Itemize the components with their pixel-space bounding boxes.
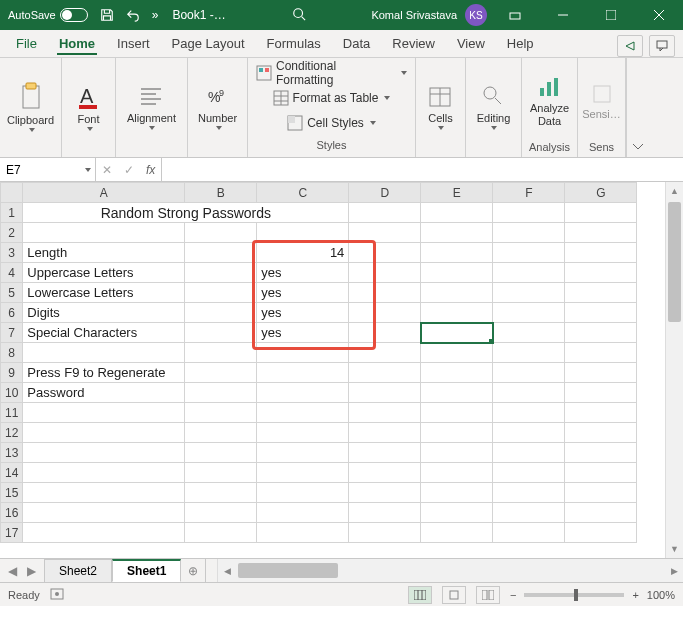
cell-label[interactable]: Password <box>23 383 185 403</box>
number-button[interactable]: %9 Number <box>198 62 237 151</box>
row-header[interactable]: 3 <box>1 243 23 263</box>
comments-icon[interactable] <box>649 35 675 57</box>
undo-icon[interactable] <box>126 8 140 22</box>
col-header-G[interactable]: G <box>565 183 637 203</box>
cell-title[interactable]: Random Strong Passwords <box>23 203 349 223</box>
more-icon[interactable]: » <box>152 8 159 22</box>
cell-label[interactable]: Uppercase Letters <box>23 263 185 283</box>
add-sheet-icon[interactable]: ⊕ <box>181 559 205 582</box>
zoom-slider[interactable] <box>524 593 624 597</box>
cell-label[interactable]: Length <box>23 243 185 263</box>
format-as-table-button[interactable]: Format as Table <box>273 87 391 109</box>
row-header[interactable]: 10 <box>1 383 23 403</box>
row-header[interactable]: 1 <box>1 203 23 223</box>
col-header-B[interactable]: B <box>185 183 257 203</box>
row-header[interactable]: 2 <box>1 223 23 243</box>
row-header[interactable]: 15 <box>1 483 23 503</box>
select-all-corner[interactable] <box>1 183 23 203</box>
cell-value[interactable]: yes <box>257 263 349 283</box>
sensitivity-button[interactable]: Sensi… <box>582 62 621 139</box>
scroll-down-icon[interactable]: ▼ <box>666 540 683 558</box>
cancel-formula-icon[interactable]: ✕ <box>102 163 112 177</box>
cells-button[interactable]: Cells <box>428 62 452 151</box>
cell-label[interactable]: Press F9 to Regenerate <box>23 363 185 383</box>
cell-value[interactable]: 14 <box>257 243 349 263</box>
tab-help[interactable]: Help <box>497 32 544 57</box>
autosave-toggle[interactable]: AutoSave <box>8 8 88 22</box>
tab-data[interactable]: Data <box>333 32 380 57</box>
cell-label[interactable]: Lowercase Letters <box>23 283 185 303</box>
view-page-break-icon[interactable] <box>476 586 500 604</box>
row-header[interactable]: 16 <box>1 503 23 523</box>
minimize-icon[interactable] <box>543 0 583 30</box>
font-button[interactable]: A Font <box>76 62 102 151</box>
view-page-layout-icon[interactable] <box>442 586 466 604</box>
col-header-D[interactable]: D <box>349 183 421 203</box>
tab-review[interactable]: Review <box>382 32 445 57</box>
scroll-left-icon[interactable]: ◀ <box>218 559 236 582</box>
alignment-button[interactable]: Alignment <box>127 62 176 151</box>
cell-value[interactable]: yes <box>257 283 349 303</box>
zoom-out-icon[interactable]: − <box>510 589 516 601</box>
cell-label[interactable]: Special Characters <box>23 323 185 343</box>
collapse-ribbon-icon[interactable] <box>626 58 648 157</box>
col-header-C[interactable]: C <box>257 183 349 203</box>
maximize-icon[interactable] <box>591 0 631 30</box>
row-header[interactable]: 9 <box>1 363 23 383</box>
status-ready: Ready <box>8 589 40 601</box>
row-header[interactable]: 14 <box>1 463 23 483</box>
fx-icon[interactable]: fx <box>146 163 155 177</box>
ribbon-options-icon[interactable] <box>495 0 535 30</box>
name-box[interactable]: E7 <box>0 158 96 181</box>
scroll-up-icon[interactable]: ▲ <box>666 182 683 200</box>
conditional-formatting-button[interactable]: Conditional Formatting <box>256 62 407 84</box>
sheet-nav-next-icon[interactable]: ▶ <box>27 564 36 578</box>
analyze-data-button[interactable]: Analyze Data <box>528 62 571 139</box>
row-header[interactable]: 12 <box>1 423 23 443</box>
view-normal-icon[interactable] <box>408 586 432 604</box>
sheet-tab[interactable]: Sheet2 <box>44 559 112 582</box>
row-header[interactable]: 8 <box>1 343 23 363</box>
enter-formula-icon[interactable]: ✓ <box>124 163 134 177</box>
scroll-right-icon[interactable]: ▶ <box>665 559 683 582</box>
active-cell[interactable] <box>421 323 493 343</box>
scrollbar-thumb[interactable] <box>668 202 681 322</box>
tab-file[interactable]: File <box>6 32 47 57</box>
cell-value[interactable]: yes <box>257 323 349 343</box>
close-icon[interactable] <box>639 0 679 30</box>
search-icon[interactable] <box>292 7 306 24</box>
zoom-in-icon[interactable]: + <box>632 589 638 601</box>
avatar[interactable]: KS <box>465 4 487 26</box>
clipboard-button[interactable]: Clipboard <box>7 62 54 151</box>
scrollbar-thumb[interactable] <box>238 563 338 578</box>
row-header[interactable]: 11 <box>1 403 23 423</box>
col-header-E[interactable]: E <box>421 183 493 203</box>
row-header[interactable]: 13 <box>1 443 23 463</box>
sheet-nav-prev-icon[interactable]: ◀ <box>8 564 17 578</box>
sheet-tab-active[interactable]: Sheet1 <box>112 559 181 582</box>
formula-input[interactable] <box>162 158 683 181</box>
macro-record-icon[interactable] <box>50 588 64 602</box>
row-header[interactable]: 7 <box>1 323 23 343</box>
save-icon[interactable] <box>100 8 114 22</box>
vertical-scrollbar[interactable]: ▲ ▼ <box>665 182 683 558</box>
row-header[interactable]: 5 <box>1 283 23 303</box>
row-header[interactable]: 4 <box>1 263 23 283</box>
spreadsheet-grid[interactable]: A B C D E F G 1Random Strong Passwords 2… <box>0 182 683 558</box>
col-header-F[interactable]: F <box>493 183 565 203</box>
editing-button[interactable]: Editing <box>477 62 511 151</box>
cell-value[interactable]: yes <box>257 303 349 323</box>
row-header[interactable]: 6 <box>1 303 23 323</box>
row-header[interactable]: 17 <box>1 523 23 543</box>
tab-insert[interactable]: Insert <box>107 32 160 57</box>
tab-home[interactable]: Home <box>49 32 105 57</box>
cell-styles-button[interactable]: Cell Styles <box>287 112 376 134</box>
col-header-A[interactable]: A <box>23 183 185 203</box>
cell-label[interactable]: Digits <box>23 303 185 323</box>
tab-view[interactable]: View <box>447 32 495 57</box>
share-icon[interactable] <box>617 35 643 57</box>
zoom-level[interactable]: 100% <box>647 589 675 601</box>
tab-page-layout[interactable]: Page Layout <box>162 32 255 57</box>
tab-formulas[interactable]: Formulas <box>257 32 331 57</box>
horizontal-scrollbar[interactable]: ◀ ▶ <box>217 559 683 582</box>
